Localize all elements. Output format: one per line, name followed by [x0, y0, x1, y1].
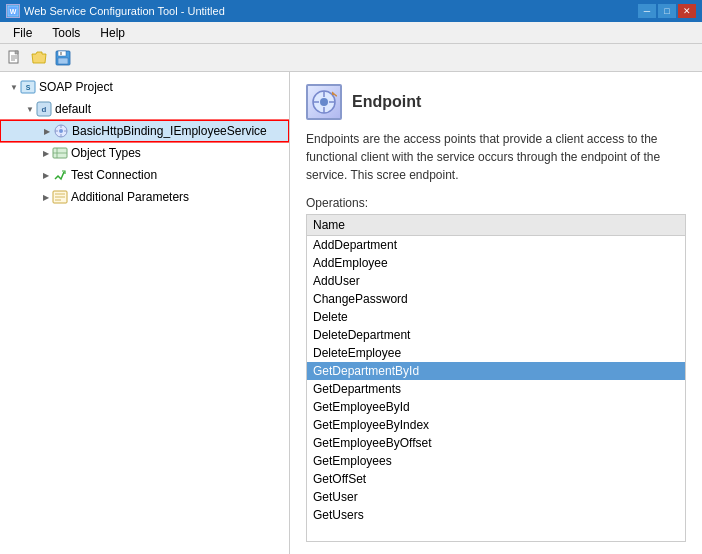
additional-params-icon — [52, 189, 68, 205]
toolbar — [0, 44, 702, 72]
svg-text:W: W — [10, 8, 17, 15]
svg-text:S: S — [26, 84, 31, 91]
operations-table: Name AddDepartmentAddEmployeeAddUserChan… — [306, 214, 686, 542]
close-button[interactable]: ✕ — [678, 4, 696, 18]
operation-row[interactable]: GetDepartments — [307, 380, 685, 398]
default-label: default — [55, 102, 91, 116]
additional-params-label: Additional Parameters — [71, 190, 189, 204]
save-button[interactable] — [52, 47, 74, 69]
maximize-button[interactable]: □ — [658, 4, 676, 18]
operation-row[interactable]: GetEmployees — [307, 452, 685, 470]
endpoint-icon-large — [306, 84, 342, 120]
soap-project-label: SOAP Project — [39, 80, 113, 94]
operation-row[interactable]: ChangePassword — [307, 290, 685, 308]
tree-item-test-connection[interactable]: ▶ Test Connection — [0, 164, 289, 186]
expand-arrow-endpoint: ▶ — [41, 125, 53, 137]
endpoint-header: Endpoint — [306, 84, 686, 120]
svg-rect-8 — [58, 58, 68, 64]
operations-column-header: Name — [307, 215, 685, 236]
tree-item-default[interactable]: ▼ d default — [0, 98, 289, 120]
menu-file[interactable]: File — [4, 23, 41, 43]
operation-row[interactable]: Delete — [307, 308, 685, 326]
expand-arrow-test: ▶ — [40, 169, 52, 181]
test-connection-label: Test Connection — [71, 168, 157, 182]
window-title: Web Service Configuration Tool - Untitle… — [24, 5, 225, 17]
window-controls: ─ □ ✕ — [638, 4, 696, 18]
operation-row[interactable]: GetUsers — [307, 506, 685, 524]
operations-list: AddDepartmentAddEmployeeAddUserChangePas… — [307, 236, 685, 524]
test-connection-icon — [52, 167, 68, 183]
left-panel: ▼ S SOAP Project ▼ d default ▶ — [0, 72, 290, 554]
tree-item-object-types[interactable]: ▶ Object Types — [0, 142, 289, 164]
endpoint-title: Endpoint — [352, 93, 421, 111]
operations-label: Operations: — [306, 196, 686, 210]
tree-item-additional-params[interactable]: ▶ Additional Parameters — [0, 186, 289, 208]
endpoint-label: BasicHttpBinding_IEmployeeService — [72, 124, 267, 138]
title-bar: W Web Service Configuration Tool - Untit… — [0, 0, 702, 22]
operation-row[interactable]: GetEmployeeByOffset — [307, 434, 685, 452]
new-button[interactable] — [4, 47, 26, 69]
expand-arrow: ▼ — [8, 81, 20, 93]
svg-text:d: d — [42, 105, 47, 114]
svg-rect-9 — [60, 52, 62, 55]
soap-project-icon: S — [20, 79, 36, 95]
operation-row[interactable]: GetOffSet — [307, 470, 685, 488]
svg-point-15 — [59, 129, 63, 133]
object-types-icon — [52, 145, 68, 161]
app-icon: W — [6, 4, 20, 18]
endpoint-icon — [53, 123, 69, 139]
expand-arrow-object: ▶ — [40, 147, 52, 159]
tree-item-soap-project[interactable]: ▼ S SOAP Project — [0, 76, 289, 98]
menu-bar: File Tools Help — [0, 22, 702, 44]
operation-row[interactable]: DeleteEmployee — [307, 344, 685, 362]
open-button[interactable] — [28, 47, 50, 69]
expand-arrow-params: ▶ — [40, 191, 52, 203]
operation-row[interactable]: GetDepartmentById — [307, 362, 685, 380]
minimize-button[interactable]: ─ — [638, 4, 656, 18]
operation-row[interactable]: GetEmployeeById — [307, 398, 685, 416]
operation-row[interactable]: AddEmployee — [307, 254, 685, 272]
operation-row[interactable]: AddUser — [307, 272, 685, 290]
svg-point-28 — [320, 98, 328, 106]
operation-row[interactable]: AddDepartment — [307, 236, 685, 254]
default-icon: d — [36, 101, 52, 117]
right-panel: Endpoint Endpoints are the access points… — [290, 72, 702, 554]
tree-item-endpoint[interactable]: ▶ BasicHttpBinding_IEmployeeService — [0, 120, 289, 142]
operation-row[interactable]: DeleteDepartment — [307, 326, 685, 344]
main-content: ▼ S SOAP Project ▼ d default ▶ — [0, 72, 702, 554]
operation-row[interactable]: GetUser — [307, 488, 685, 506]
menu-help[interactable]: Help — [91, 23, 134, 43]
menu-tools[interactable]: Tools — [43, 23, 89, 43]
object-types-label: Object Types — [71, 146, 141, 160]
operation-row[interactable]: GetEmployeeByIndex — [307, 416, 685, 434]
expand-arrow-default: ▼ — [24, 103, 36, 115]
endpoint-description: Endpoints are the access points that pro… — [306, 130, 686, 184]
